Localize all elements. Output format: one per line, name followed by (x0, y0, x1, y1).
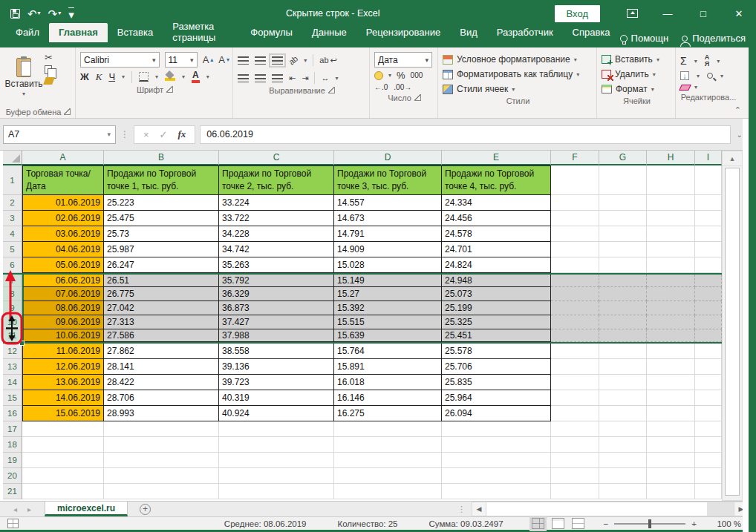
row-header-7[interactable]: 7 (3, 275, 22, 287)
cell-G4[interactable] (599, 226, 647, 242)
cell-D18[interactable] (334, 437, 442, 453)
maximize-button[interactable]: □ (688, 2, 719, 24)
cell-E20[interactable] (442, 468, 551, 484)
cell-F11[interactable] (551, 329, 599, 342)
cell-F17[interactable] (551, 421, 599, 437)
zoom-slider[interactable] (614, 523, 685, 525)
cell-E6[interactable]: 24.824 (442, 257, 551, 273)
cell-I4[interactable] (695, 226, 722, 242)
cell-B16[interactable]: 28.993 (104, 406, 219, 421)
confirm-entry-icon[interactable]: ✓ (160, 129, 168, 140)
cell-I21[interactable] (695, 484, 722, 499)
zoom-in-icon[interactable]: + (691, 519, 697, 528)
cell-E7[interactable]: 24.948 (442, 275, 551, 287)
row-header-20[interactable]: 20 (3, 468, 22, 484)
row-header-9[interactable]: 9 (3, 301, 22, 315)
cell-A10[interactable]: 09.06.2019 (22, 315, 104, 329)
cell-A4[interactable]: 03.06.2019 (22, 226, 104, 242)
cell-A21[interactable] (22, 484, 104, 499)
cell-H10[interactable] (647, 315, 695, 329)
close-button[interactable]: ✕ (723, 2, 755, 24)
cell-F9[interactable] (551, 301, 599, 315)
ribbon-display-options-icon[interactable] (616, 2, 648, 24)
cell-D13[interactable]: 15.891 (334, 359, 442, 375)
zoom-slider-thumb[interactable] (648, 519, 651, 528)
comma-format-button[interactable]: 000 (411, 71, 423, 79)
align-right-button[interactable] (272, 74, 283, 82)
cell-E17[interactable] (442, 421, 551, 437)
cell-I16[interactable] (695, 406, 722, 421)
cell-B4[interactable]: 25.73 (104, 226, 219, 242)
cell-I11[interactable] (695, 329, 722, 342)
next-sheet-icon[interactable]: ▸ (27, 505, 31, 513)
row-header-1[interactable]: 1 (3, 165, 22, 195)
cell-F1[interactable] (551, 165, 599, 195)
clear-icon[interactable] (679, 85, 691, 91)
cell-B8[interactable]: 26.775 (104, 287, 219, 301)
formula-input[interactable]: 06.06.2019 (200, 125, 730, 144)
cell-G16[interactable] (599, 406, 647, 421)
column-header-E[interactable]: E (442, 151, 551, 165)
cell-G19[interactable] (599, 453, 647, 468)
cell-F19[interactable] (551, 453, 599, 468)
cell-C8[interactable]: 36.329 (219, 287, 334, 301)
cell-G3[interactable] (599, 211, 647, 226)
cell-D2[interactable]: 14.557 (334, 195, 442, 211)
tab-Разметка страницы[interactable]: Разметка страницы (163, 17, 241, 47)
select-all-corner[interactable] (3, 151, 22, 165)
cell-C9[interactable]: 36.873 (219, 301, 334, 315)
row-header-6[interactable]: 6 (3, 257, 22, 273)
increase-indent-button[interactable]: ⇥ (302, 74, 308, 82)
cell-C7[interactable]: 35.792 (219, 275, 334, 287)
autosum-button[interactable]: Σ (680, 55, 687, 67)
currency-format-icon[interactable] (374, 71, 383, 80)
cell-A1[interactable]: Торговая точка/ Дата (22, 165, 104, 195)
cell-D4[interactable]: 14.791 (334, 226, 442, 242)
cell-B21[interactable] (104, 484, 219, 499)
row-header-2[interactable]: 2 (3, 195, 22, 211)
shrink-font-button[interactable]: A▾ (218, 55, 229, 65)
column-header-G[interactable]: G (599, 151, 647, 165)
cell-B18[interactable] (104, 437, 219, 453)
cell-B20[interactable] (104, 468, 219, 484)
cell-C4[interactable]: 34.228 (219, 226, 334, 242)
cell-E1[interactable]: Продажи по Торговой точке 4, тыс. руб. (442, 165, 551, 195)
cell-A6[interactable]: 05.06.2019 (22, 257, 104, 273)
tab-Рецензирование[interactable]: Рецензирование (356, 23, 450, 42)
cell-E21[interactable] (442, 484, 551, 499)
cell-G20[interactable] (599, 468, 647, 484)
cell-C15[interactable]: 40.319 (219, 390, 334, 406)
row-header-18[interactable]: 18 (3, 437, 22, 453)
cell-B11[interactable]: 27.586 (104, 329, 219, 342)
cell-C16[interactable]: 40.924 (219, 406, 334, 421)
cell-C19[interactable] (219, 453, 334, 468)
cell-H4[interactable] (647, 226, 695, 242)
cell-F2[interactable] (551, 195, 599, 211)
cell-G17[interactable] (599, 421, 647, 437)
row-header-4[interactable]: 4 (3, 226, 22, 242)
cell-D6[interactable]: 15.028 (334, 257, 442, 273)
cell-B3[interactable]: 25.475 (104, 211, 219, 226)
cell-D7[interactable]: 15.149 (334, 275, 442, 287)
align-bottom-button[interactable] (272, 56, 283, 65)
cell-I10[interactable] (695, 315, 722, 329)
cell-A14[interactable]: 13.06.2019 (22, 375, 104, 390)
number-format-select[interactable]: Дата▾ (374, 52, 432, 68)
cell-H21[interactable] (647, 484, 695, 499)
cell-C13[interactable]: 39.136 (219, 359, 334, 375)
cell-A5[interactable]: 04.06.2019 (22, 242, 104, 257)
cell-B15[interactable]: 28.706 (104, 390, 219, 406)
cell-C6[interactable]: 35.263 (219, 257, 334, 273)
font-size-select[interactable]: 11▾ (165, 52, 198, 68)
cell-H15[interactable] (647, 390, 695, 406)
clipboard-dialog-launcher[interactable] (64, 108, 71, 115)
cell-H16[interactable] (647, 406, 695, 421)
cell-D11[interactable]: 15.639 (334, 329, 442, 342)
sheet-tab-active[interactable]: microexcel.ru (45, 502, 128, 516)
borders-button[interactable] (139, 72, 149, 82)
font-color-button[interactable]: А (192, 70, 200, 83)
cell-I14[interactable] (695, 375, 722, 390)
cell-F13[interactable] (551, 359, 599, 375)
cell-F12[interactable] (551, 344, 599, 359)
cell-E16[interactable]: 26.094 (442, 406, 551, 421)
